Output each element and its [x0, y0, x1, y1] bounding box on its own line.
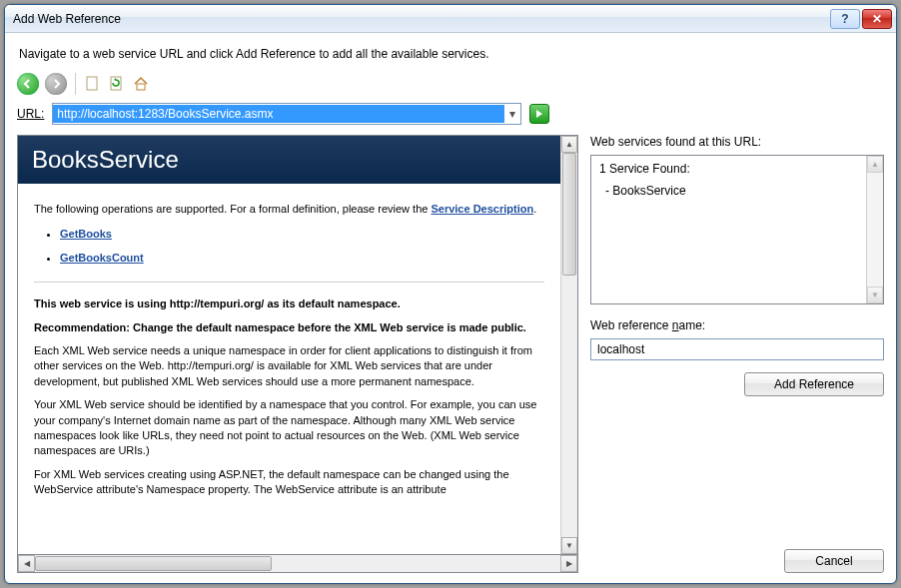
service-body: The following operations are supported. …: [18, 184, 560, 525]
dialog-content: Navigate to a web service URL and click …: [5, 33, 896, 583]
preview-vscrollbar[interactable]: ▲ ▼: [560, 136, 577, 554]
go-arrow-icon: [534, 109, 544, 119]
scroll-right-arrow[interactable]: ▶: [560, 555, 577, 572]
nav-back-button[interactable]: [17, 73, 39, 95]
namespace-para: Each XML Web service needs a unique name…: [34, 343, 544, 389]
scroll-track[interactable]: [561, 153, 577, 537]
service-name: BooksService: [612, 184, 685, 198]
url-input[interactable]: [53, 105, 504, 123]
scroll-thumb[interactable]: [35, 556, 272, 571]
preview-hscrollbar[interactable]: ◀ ▶: [17, 555, 578, 573]
cancel-button[interactable]: Cancel: [784, 549, 884, 573]
home-button[interactable]: [132, 75, 150, 93]
namespace-para: For XML Web services creating using ASP.…: [34, 467, 544, 498]
service-list-item[interactable]: - BooksService: [605, 184, 875, 198]
window-title: Add Web Reference: [13, 12, 828, 26]
namespace-heading: This web service is using http://tempuri…: [34, 296, 544, 311]
toolbar-separator: [75, 73, 76, 95]
divider: [34, 282, 544, 283]
right-pane: Web services found at this URL: 1 Servic…: [590, 135, 884, 573]
nav-forward-button[interactable]: [45, 73, 67, 95]
close-button[interactable]: ✕: [862, 9, 892, 29]
reference-name-input[interactable]: [590, 338, 884, 360]
operation-item: GetBooksCount: [60, 251, 544, 266]
scroll-down-arrow[interactable]: ▼: [561, 537, 577, 554]
ref-name-label-accel: n: [672, 318, 679, 332]
url-combobox[interactable]: ▾: [52, 103, 521, 125]
url-dropdown-arrow[interactable]: ▾: [504, 107, 520, 121]
main-area: BooksService The following operations ar…: [17, 135, 884, 573]
services-found-label: Web services found at this URL:: [590, 135, 884, 149]
scroll-down-arrow[interactable]: ▼: [867, 287, 883, 303]
titlebar: Add Web Reference ? ✕: [5, 5, 896, 33]
page-icon: [85, 76, 101, 92]
arrow-left-icon: [23, 79, 33, 89]
nav-toolbar: [17, 73, 884, 95]
intro-prefix: The following operations are supported. …: [34, 203, 431, 215]
operation-item: GetBooks: [60, 227, 544, 242]
footer-row: Cancel: [590, 541, 884, 573]
services-vscrollbar[interactable]: ▲ ▼: [866, 156, 883, 303]
namespace-para: Your XML Web service should be identifie…: [34, 397, 544, 459]
reference-name-label: Web reference name:: [590, 318, 884, 332]
operations-list: GetBooks GetBooksCount: [60, 227, 544, 266]
dialog-window: Add Web Reference ? ✕ Navigate to a web …: [4, 4, 897, 584]
ref-name-label-suffix: ame:: [679, 318, 706, 332]
scroll-track[interactable]: [35, 555, 560, 572]
help-button[interactable]: ?: [830, 9, 860, 29]
instruction-text: Navigate to a web service URL and click …: [19, 47, 882, 61]
go-button[interactable]: [529, 104, 549, 124]
namespace-recommendation: Recommendation: Change the default names…: [34, 320, 544, 335]
url-label: URL:: [17, 107, 44, 121]
operation-link[interactable]: GetBooks: [60, 228, 112, 240]
add-reference-button[interactable]: Add Reference: [744, 372, 884, 396]
url-row: URL: ▾: [17, 103, 884, 125]
scroll-up-arrow[interactable]: ▲: [867, 156, 883, 173]
service-title: BooksService: [18, 136, 560, 184]
operation-link[interactable]: GetBooksCount: [60, 252, 144, 264]
services-list[interactable]: 1 Service Found: - BooksService ▲ ▼: [590, 155, 884, 304]
intro-suffix: .: [533, 203, 536, 215]
add-reference-row: Add Reference: [590, 372, 884, 396]
scroll-up-arrow[interactable]: ▲: [561, 136, 577, 153]
svg-rect-2: [137, 84, 145, 90]
left-pane: BooksService The following operations ar…: [17, 135, 578, 573]
ref-name-label-prefix: Web reference: [590, 318, 672, 332]
intro-text: The following operations are supported. …: [34, 202, 544, 217]
stop-button[interactable]: [84, 75, 102, 93]
arrow-right-icon: [51, 79, 61, 89]
home-icon: [133, 76, 149, 92]
service-preview[interactable]: BooksService The following operations ar…: [18, 136, 560, 554]
service-description-link[interactable]: Service Description: [431, 203, 533, 215]
scroll-thumb[interactable]: [562, 153, 576, 276]
refresh-button[interactable]: [108, 75, 126, 93]
refresh-icon: [109, 76, 125, 92]
scroll-left-arrow[interactable]: ◀: [18, 555, 35, 572]
scroll-track[interactable]: [867, 173, 883, 287]
preview-frame: BooksService The following operations ar…: [17, 135, 578, 555]
services-count: 1 Service Found:: [599, 162, 875, 176]
